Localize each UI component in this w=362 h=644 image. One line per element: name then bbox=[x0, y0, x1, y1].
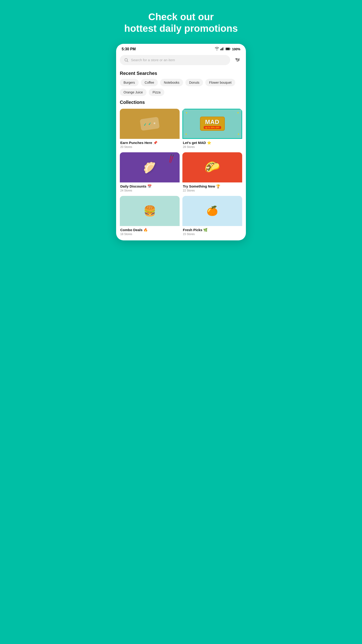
sparkle-3: ✦ bbox=[185, 132, 187, 136]
mad-sign: MAD up to 50% OFF bbox=[200, 116, 225, 131]
hero-title: Check out our hottest daily promotions bbox=[9, 11, 353, 34]
card-bottom1-stores: 18 Stores bbox=[120, 232, 179, 236]
card-daily-discounts-info: Daily Discounts 📅 24 Stores bbox=[120, 182, 180, 193]
card-earn-punches-name: Earn Punches Here 📌 bbox=[120, 141, 179, 145]
card-mad-info: Let's get MAD ⭐ 28 Stores bbox=[182, 139, 242, 150]
card-mad-stores: 28 Stores bbox=[183, 145, 242, 148]
collection-card-mad[interactable]: ✦ ✦ ✦ ✦ MAD up to 50% OFF Let's get MAD … bbox=[182, 109, 242, 150]
svg-rect-0 bbox=[220, 49, 221, 50]
citrus-icon: 🍊 bbox=[206, 206, 218, 216]
chip-notebooks[interactable]: Notebooks bbox=[160, 79, 183, 86]
card-mad-image: ✦ ✦ ✦ ✦ MAD up to 50% OFF bbox=[182, 109, 242, 139]
card-try-new-stores: 22 Stores bbox=[183, 189, 242, 192]
card-earn-punches-image: ✓ ✓ ★ bbox=[120, 109, 180, 139]
search-bar[interactable]: Search for a store or an item bbox=[120, 55, 230, 65]
taco-icon: 🌮 bbox=[204, 159, 221, 176]
collection-card-bottom1[interactable]: 🍔 Combo Deals 🔥 18 Stores bbox=[120, 196, 180, 237]
chip-flower-bouquet[interactable]: Flower bouquet bbox=[205, 79, 235, 86]
search-row: Search for a store or an item bbox=[116, 53, 246, 69]
search-icon bbox=[124, 58, 128, 62]
svg-point-11 bbox=[236, 58, 237, 59]
card-try-new-name: Try Something New 🏆 bbox=[183, 184, 242, 188]
svg-point-12 bbox=[238, 60, 239, 60]
chip-burgers[interactable]: Burgers bbox=[120, 79, 138, 86]
card-bottom1-name: Combo Deals 🔥 bbox=[120, 228, 179, 232]
card-bottom2-info: Fresh Picks 🌿 15 Stores bbox=[182, 226, 242, 237]
card-try-new-image: 🌮 bbox=[182, 152, 242, 182]
collection-card-bottom2[interactable]: 🍊 Fresh Picks 🌿 15 Stores bbox=[182, 196, 242, 237]
filter-button[interactable] bbox=[233, 56, 242, 65]
card-earn-punches-stores: 20 Stores bbox=[120, 145, 179, 148]
card-daily-discounts-image: 🥟 🥢 bbox=[120, 152, 180, 182]
card-daily-discounts-stores: 24 Stores bbox=[120, 189, 179, 192]
wifi-icon bbox=[215, 47, 219, 51]
collections-grid: ✓ ✓ ★ Earn Punches Here 📌 20 Stores ✦ ✦ … bbox=[116, 108, 246, 237]
chip-coffee[interactable]: Coffee bbox=[141, 79, 158, 86]
phone-frame: 5:30 PM bbox=[116, 44, 246, 240]
svg-line-7 bbox=[127, 61, 128, 62]
time: 5:30 PM bbox=[122, 47, 136, 51]
battery-percent: 100% bbox=[232, 47, 240, 51]
card-bottom2-stores: 15 Stores bbox=[183, 232, 242, 236]
card-bottom2-image: 🍊 bbox=[182, 196, 242, 226]
sparkle-4: ✦ bbox=[237, 132, 240, 136]
search-placeholder: Search for a store or an item bbox=[131, 58, 175, 62]
card-bottom1-image: 🍔 bbox=[120, 196, 180, 226]
status-bar: 5:30 PM bbox=[116, 44, 246, 53]
svg-rect-1 bbox=[222, 48, 222, 50]
card-earn-punches-info: Earn Punches Here 📌 20 Stores bbox=[120, 139, 180, 150]
chip-donuts[interactable]: Donuts bbox=[186, 79, 203, 86]
battery-icon bbox=[226, 47, 230, 51]
chip-pizza[interactable]: Pizza bbox=[149, 88, 164, 96]
card-try-new-info: Try Something New 🏆 22 Stores bbox=[182, 182, 242, 193]
recent-searches-title: Recent Searches bbox=[116, 69, 246, 79]
card-bottom2-name: Fresh Picks 🌿 bbox=[183, 228, 242, 232]
chips-row: Burgers Coffee Notebooks Donuts Flower b… bbox=[116, 79, 246, 98]
status-icons: 100% bbox=[215, 47, 240, 51]
hero-section: Check out our hottest daily promotions bbox=[0, 0, 362, 44]
card-daily-discounts-name: Daily Discounts 📅 bbox=[120, 184, 179, 188]
sparkle-1: ✦ bbox=[186, 111, 188, 114]
punch-card-visual: ✓ ✓ ★ bbox=[140, 116, 160, 131]
svg-rect-5 bbox=[226, 48, 230, 50]
svg-rect-3 bbox=[224, 47, 224, 50]
card-bottom1-info: Combo Deals 🔥 18 Stores bbox=[120, 226, 180, 237]
collection-card-try-new[interactable]: 🌮 Try Something New 🏆 22 Stores bbox=[182, 152, 242, 193]
collection-card-earn-punches[interactable]: ✓ ✓ ★ Earn Punches Here 📌 20 Stores bbox=[120, 109, 180, 150]
chip-orange-juice[interactable]: Orange Juice bbox=[120, 88, 146, 96]
sparkle-2: ✦ bbox=[237, 111, 239, 114]
collection-card-daily-discounts[interactable]: 🥟 🥢 Daily Discounts 📅 24 Stores bbox=[120, 152, 180, 193]
dumpling-icon: 🥟 bbox=[141, 159, 158, 176]
signal-icon bbox=[220, 47, 224, 51]
collections-title: Collections bbox=[116, 98, 246, 108]
chopstick-icon: 🥢 bbox=[166, 152, 177, 164]
card-mad-name: Let's get MAD ⭐ bbox=[183, 141, 242, 145]
svg-rect-2 bbox=[222, 48, 223, 50]
burger-icon: 🍔 bbox=[144, 205, 156, 217]
